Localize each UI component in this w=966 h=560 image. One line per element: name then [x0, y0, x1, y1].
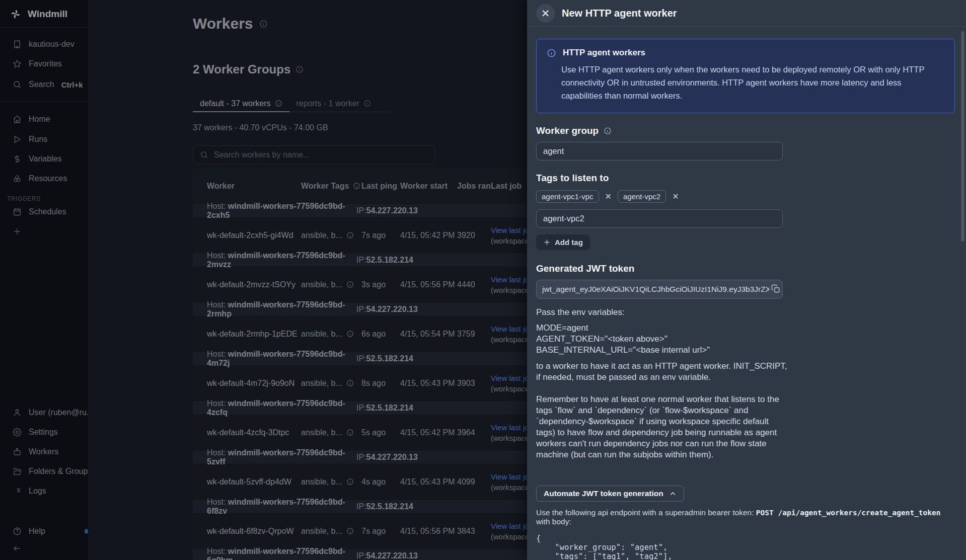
drawer-title: New HTTP agent worker [562, 8, 677, 19]
chevron-up-icon [669, 490, 677, 498]
agent-worker-note: to a worker to have it act as an HTTP ag… [536, 361, 788, 383]
tag-chip-list: agent-vpc1-vpc ✕ agent-vpc2 ✕ [536, 190, 955, 203]
new-http-agent-worker-drawer: ✕ New HTTP agent worker HTTP agent worke… [527, 0, 966, 560]
add-tag-button[interactable]: Add tag [536, 234, 590, 250]
worker-group-input[interactable] [536, 142, 783, 161]
normal-worker-note: Remember to have at least one normal wor… [536, 394, 788, 460]
api-body-code-block: { "worker_group": "agent", "tags": ["tag… [536, 534, 955, 560]
jwt-label: Generated JWT token [536, 263, 955, 274]
jwt-token-input[interactable] [536, 280, 783, 299]
remove-tag-icon[interactable]: ✕ [671, 192, 680, 201]
env-variables: MODE=agent AGENT_TOKEN="<token above>" B… [536, 323, 788, 356]
new-tag-input[interactable] [536, 209, 783, 228]
automate-jwt-button[interactable]: Automate JWT token generation [536, 486, 684, 502]
close-icon[interactable]: ✕ [536, 4, 555, 23]
info-icon [547, 48, 556, 58]
tags-label: Tags to listen to [536, 173, 955, 184]
info-icon[interactable] [604, 127, 612, 135]
tag-chip: agent-vpc2 [618, 190, 666, 203]
remove-tag-icon[interactable]: ✕ [604, 192, 613, 201]
info-box-body: Use HTTP agent workers only when the wor… [561, 63, 944, 102]
api-endpoint-line: Use the following api endpoint with a su… [536, 508, 955, 526]
drawer-header: ✕ New HTTP agent worker [527, 0, 966, 27]
info-box-title: HTTP agent workers [563, 48, 645, 58]
tag-chip: agent-vpc1-vpc [536, 190, 599, 203]
app-root: Windmill kautious-dev Favorites Search C… [0, 0, 966, 560]
env-intro: Pass the env variables: [536, 307, 788, 318]
http-agent-info-box: HTTP agent workers Use HTTP agent worker… [536, 39, 955, 113]
drawer-scrollbar[interactable] [961, 31, 964, 242]
copy-icon[interactable] [771, 284, 780, 295]
api-endpoint-code: POST /api/agent_workers/create_agent_tok… [756, 509, 941, 517]
plus-icon [543, 238, 551, 246]
worker-group-label: Worker group [536, 125, 955, 136]
